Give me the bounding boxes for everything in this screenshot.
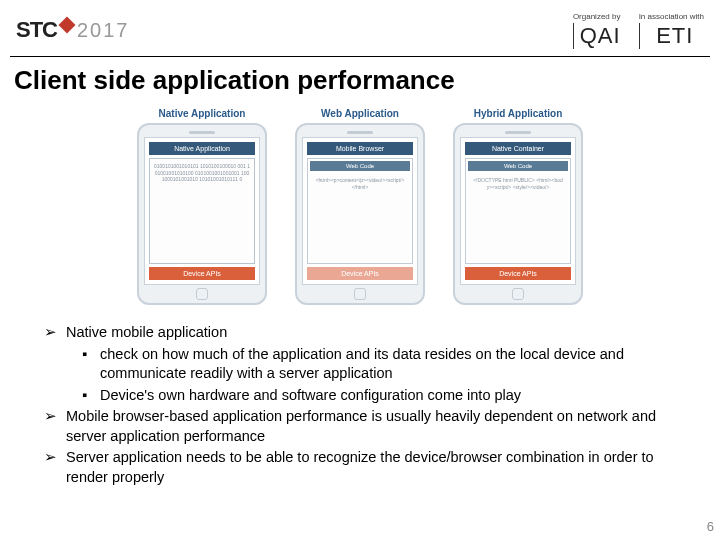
association-label: In association with xyxy=(639,12,704,21)
bullet-text: Native mobile application xyxy=(66,323,227,343)
list-item: ➢ Mobile browser-based application perfo… xyxy=(44,407,680,446)
web-code-title: Web Code xyxy=(310,161,410,171)
bullet-text: Server application needs to be able to r… xyxy=(66,448,680,487)
list-item: ➢ Server application needs to be able to… xyxy=(44,448,680,487)
native-app-column: Native Application Native Application 01… xyxy=(137,108,267,305)
home-button-icon xyxy=(512,288,524,300)
native-label: Native Application xyxy=(137,108,267,119)
speaker-icon xyxy=(189,131,215,134)
header-bar: STC 2017 Organized by QAI In association… xyxy=(0,0,720,56)
speaker-icon xyxy=(505,131,531,134)
app-box-body: 0100101001010101 1010100100010 001 10100… xyxy=(149,158,255,264)
web-app-column: Web Application Mobile Browser Web Code … xyxy=(295,108,425,305)
bullet-text: check on how much of the application and… xyxy=(100,345,680,384)
web-code-box: Web Code <!DOCTYPE html PUBLIC> <html><b… xyxy=(465,158,571,264)
square-bullet-icon: ▪ xyxy=(82,386,100,406)
device-api-bar: Device APIs xyxy=(149,267,255,280)
list-item: ▪ check on how much of the application a… xyxy=(82,345,680,384)
app-box-title: Native Application xyxy=(149,142,255,155)
web-code-box: Web Code <html><p>content</p><video/><sc… xyxy=(307,158,413,264)
page-number: 6 xyxy=(707,519,714,534)
phone-frame: Native Application 0100101001010101 1010… xyxy=(137,123,267,305)
hybrid-app-column: Hybrid Application Native Container Web … xyxy=(453,108,583,305)
phone-frame: Mobile Browser Web Code <html><p>content… xyxy=(295,123,425,305)
home-button-icon xyxy=(354,288,366,300)
stc-logo: STC 2017 xyxy=(16,17,130,43)
bullet-text: Device's own hardware and software confi… xyxy=(100,386,521,406)
logo-year: 2017 xyxy=(77,19,130,42)
list-item: ➢ Native mobile application xyxy=(44,323,680,343)
speaker-icon xyxy=(347,131,373,134)
logo-text: STC xyxy=(16,17,57,43)
arrow-bullet-icon: ➢ xyxy=(44,323,66,343)
web-code-body: <html><p>content</p><video/><script/></h… xyxy=(310,173,410,261)
web-code-title: Web Code xyxy=(468,161,568,171)
bullet-text: Mobile browser-based application perform… xyxy=(66,407,680,446)
arrow-bullet-icon: ➢ xyxy=(44,448,66,487)
diamond-icon xyxy=(59,17,76,34)
arrow-bullet-icon: ➢ xyxy=(44,407,66,446)
association-block: In association with ETI xyxy=(639,12,704,49)
association-name: ETI xyxy=(639,23,704,49)
phone-screen: Mobile Browser Web Code <html><p>content… xyxy=(302,137,418,285)
web-label: Web Application xyxy=(295,108,425,119)
device-api-bar: Device APIs xyxy=(465,267,571,280)
web-code-body: <!DOCTYPE html PUBLIC> <html><body><scri… xyxy=(468,173,568,261)
square-bullet-icon: ▪ xyxy=(82,345,100,384)
browser-box-title: Mobile Browser xyxy=(307,142,413,155)
list-item: ▪ Device's own hardware and software con… xyxy=(82,386,680,406)
home-button-icon xyxy=(196,288,208,300)
bullet-list: ➢ Native mobile application ▪ check on h… xyxy=(0,315,720,488)
phone-screen: Native Container Web Code <!DOCTYPE html… xyxy=(460,137,576,285)
container-box-title: Native Container xyxy=(465,142,571,155)
device-api-bar: Device APIs xyxy=(307,267,413,280)
phone-screen: Native Application 0100101001010101 1010… xyxy=(144,137,260,285)
organized-by-block: Organized by QAI xyxy=(573,12,621,49)
organized-name: QAI xyxy=(573,23,621,49)
phone-frame: Native Container Web Code <!DOCTYPE html… xyxy=(453,123,583,305)
organized-label: Organized by xyxy=(573,12,621,21)
phone-diagram-row: Native Application Native Application 01… xyxy=(0,104,720,315)
hybrid-label: Hybrid Application xyxy=(453,108,583,119)
page-title: Client side application performance xyxy=(0,57,720,104)
